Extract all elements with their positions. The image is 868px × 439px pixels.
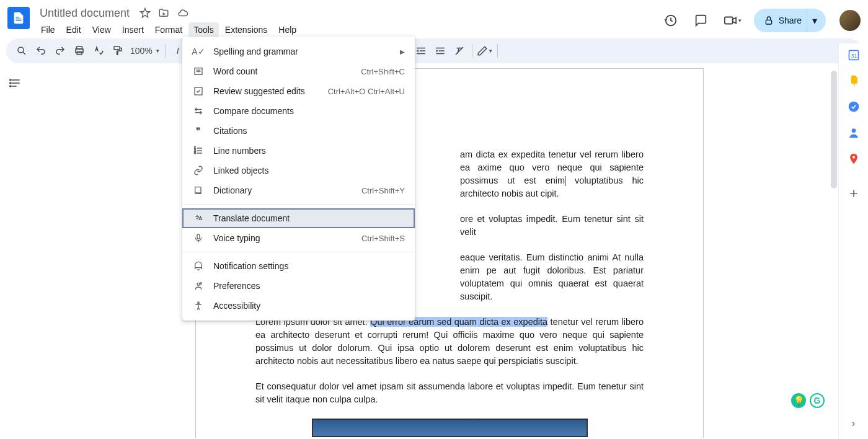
document-title[interactable]: Untitled document (36, 6, 133, 21)
contacts-icon[interactable] (848, 126, 860, 139)
submenu-arrow-icon: ▶ (400, 48, 405, 55)
calendar-icon[interactable]: 31 (848, 48, 860, 61)
citations-icon: ❞ (192, 126, 205, 136)
grammarly-widget[interactable]: 💡 G (791, 393, 825, 408)
menu-tools[interactable]: Tools (188, 22, 219, 37)
svg-rect-6 (114, 47, 120, 50)
svg-text:3: 3 (194, 151, 196, 154)
header: Untitled document File Edit View Insert … (0, 0, 868, 37)
share-label: Share (779, 16, 802, 25)
tools-voice[interactable]: Voice typing Ctrl+Shift+S (182, 228, 415, 248)
menu-extensions[interactable]: Extensions (220, 22, 272, 37)
menu-edit[interactable]: Edit (61, 22, 86, 37)
spellcheck-icon[interactable] (89, 42, 108, 60)
expand-panel-icon[interactable]: › (852, 418, 855, 429)
redo-icon[interactable] (51, 42, 69, 60)
indent-increase-icon[interactable] (431, 42, 450, 60)
tasks-icon[interactable] (848, 100, 860, 113)
paint-format-icon[interactable] (108, 42, 127, 60)
menu-help[interactable]: Help (273, 22, 301, 37)
lock-icon (764, 16, 774, 25)
svg-rect-28 (197, 234, 200, 239)
maps-icon[interactable] (848, 153, 860, 165)
accessibility-icon (192, 301, 205, 311)
notification-icon (192, 261, 205, 271)
body-paragraph[interactable]: Lorem ipsum dolor sit amet. Qui error ea… (255, 316, 644, 368)
embedded-image[interactable] (312, 419, 588, 437)
star-icon[interactable] (140, 7, 151, 19)
word-count-icon (192, 66, 205, 76)
menu-bar: File Edit View Insert Format Tools Exten… (36, 22, 660, 37)
tools-line-numbers[interactable]: 123 Line numbers (182, 141, 415, 161)
tools-review[interactable]: Review suggested edits Ctrl+Alt+O Ctrl+A… (182, 81, 415, 101)
grammarly-suggestion-icon[interactable]: 💡 (791, 393, 806, 408)
tools-citations[interactable]: ❞ Citations (182, 121, 415, 141)
meet-icon[interactable] (720, 10, 745, 31)
linked-icon (192, 166, 205, 175)
tools-compare[interactable]: Compare documents (182, 101, 415, 121)
dictionary-icon (192, 185, 205, 195)
svg-point-2 (18, 47, 24, 53)
user-avatar[interactable] (839, 10, 861, 31)
menu-view[interactable]: View (87, 22, 116, 37)
svg-rect-0 (724, 17, 732, 24)
menu-format[interactable]: Format (150, 22, 187, 37)
share-dropdown-icon[interactable]: ▾ (807, 9, 822, 32)
tools-dictionary[interactable]: Dictionary Ctrl+Shift+Y (182, 180, 415, 200)
side-panel: 31 › (838, 43, 868, 439)
tools-preferences[interactable]: Preferences (182, 276, 415, 296)
tools-word-count[interactable]: Word count Ctrl+Shift+C (182, 61, 415, 81)
svg-point-31 (198, 302, 200, 304)
zoom-select[interactable]: 100% (128, 46, 162, 56)
toolbar: 100% I U A 123 (6, 38, 862, 63)
edit-mode-icon[interactable] (476, 42, 494, 60)
undo-icon[interactable] (32, 42, 50, 60)
voice-icon (192, 233, 205, 243)
tools-accessibility[interactable]: Accessibility (182, 296, 415, 316)
svg-point-15 (10, 79, 11, 81)
tools-notification[interactable]: Notification settings (182, 256, 415, 276)
clear-format-icon[interactable] (450, 42, 469, 60)
svg-point-30 (200, 283, 202, 285)
tools-linked[interactable]: Linked objects (182, 161, 415, 180)
svg-point-16 (10, 82, 11, 84)
svg-point-29 (197, 283, 200, 285)
keep-icon[interactable] (848, 74, 860, 87)
svg-text:31: 31 (851, 53, 857, 59)
cloud-status-icon[interactable] (177, 7, 189, 19)
spelling-icon: A✓ (192, 47, 205, 56)
body-paragraph[interactable]: Et consequatur dolor vel amet ipsam sit … (255, 380, 644, 406)
docs-logo-icon[interactable] (7, 7, 30, 29)
review-icon (192, 86, 205, 96)
grammarly-icon[interactable]: G (810, 393, 825, 408)
tools-dropdown: A✓ Spelling and grammar ▶ Word count Ctr… (182, 37, 415, 321)
compare-icon (192, 106, 205, 116)
print-icon[interactable] (70, 42, 89, 60)
preferences-icon (192, 281, 205, 291)
scrollbar[interactable] (831, 71, 837, 188)
line-numbers-icon: 123 (192, 146, 205, 156)
menu-insert[interactable]: Insert (117, 22, 149, 37)
svg-point-22 (852, 156, 854, 158)
addons-icon[interactable] (848, 187, 860, 200)
svg-point-20 (848, 102, 859, 112)
comments-icon[interactable] (690, 10, 711, 31)
svg-rect-24 (195, 87, 202, 95)
translate-icon (192, 213, 205, 223)
svg-point-21 (851, 128, 856, 133)
svg-rect-1 (766, 20, 771, 24)
tools-translate[interactable]: Translate document (182, 208, 415, 228)
move-icon[interactable] (158, 7, 169, 19)
menu-file[interactable]: File (36, 22, 60, 37)
search-icon[interactable] (12, 42, 31, 60)
svg-point-17 (10, 86, 11, 87)
history-icon[interactable] (660, 10, 681, 31)
outline-icon[interactable] (9, 77, 22, 438)
zoom-value: 100% (130, 46, 153, 56)
share-button[interactable]: Share ▾ (754, 9, 826, 32)
tools-spelling[interactable]: A✓ Spelling and grammar ▶ (182, 42, 415, 61)
